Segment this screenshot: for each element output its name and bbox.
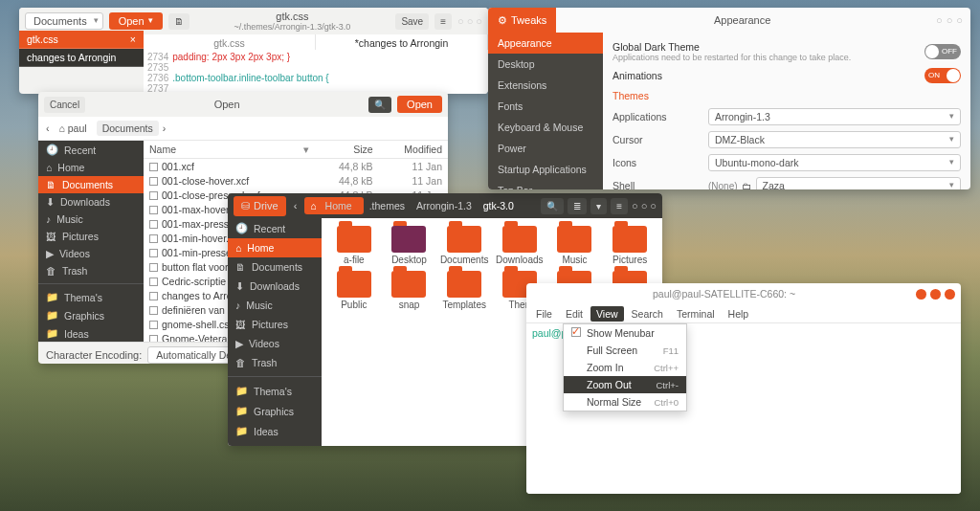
view-menu-button[interactable]: ▾ [590,198,607,214]
cat-extensions[interactable]: Extensions [488,75,603,96]
cat-topbar[interactable]: Top Bar [488,180,603,189]
folder-public[interactable]: Public [329,271,379,310]
code-area[interactable]: 2734padding: 2px 3px 2px 3px; } 2735 273… [144,50,488,94]
menuitem-fullscreen[interactable]: Full ScreenF11 [564,342,686,359]
place-trash[interactable]: 🗑Trash [228,353,322,372]
place-videos[interactable]: ▶Videos [38,245,144,262]
icons-select[interactable]: Ubuntu-mono-dark [708,154,961,171]
window-controls[interactable] [916,289,955,300]
place-music[interactable]: ♪Music [38,211,144,228]
menuitem-normalsize[interactable]: Normal SizeCtrl+0 [564,393,686,411]
menuitem-showmenubar[interactable]: Show Menubar [564,324,686,342]
cat-startupapplications[interactable]: Startup Applications [488,159,603,180]
place-ideas[interactable]: 📁Ideas [228,421,322,441]
file-icon [149,321,158,329]
window-controls[interactable]: ○○○ [928,8,970,33]
nav-back-icon[interactable]: ‹ [290,200,301,211]
applications-select[interactable]: Arrongin-1.3 [708,108,961,125]
cat-appearance[interactable]: Appearance [488,33,603,54]
place-themas[interactable]: 📁Thema's [38,288,144,306]
menuitem-zoomout[interactable]: Zoom OutCtrl+- [564,376,686,393]
open-button[interactable]: Open▾ [109,12,163,30]
menu-help[interactable]: Help [723,306,755,322]
open-confirm-button[interactable]: Open [397,96,442,113]
shell-select[interactable]: Zaza [756,177,961,189]
menu-file[interactable]: File [530,306,558,322]
save-button[interactable]: Save [395,13,429,30]
file-row[interactable]: 001-close-hover.xcf44,8 kB11 Jan [144,173,448,188]
hamburger-button[interactable]: ≡ [434,13,452,30]
col-name[interactable]: Name ▾ [144,141,315,159]
place-downloads[interactable]: ⬇Downloads [228,277,322,296]
crumb-docs[interactable]: Documents [97,121,159,136]
col-modified[interactable]: Modified [379,141,448,159]
place-videos[interactable]: ▶Videos [228,334,322,353]
accelerator: Ctrl+0 [654,397,679,408]
side-tab-active[interactable]: gtk.css× [19,31,144,49]
place-ideas[interactable]: 📁Ideas [38,324,144,342]
gedit-window: Documents Open▾ 🗎 gtk.css~/.themes/Arron… [19,8,488,94]
folder-music[interactable]: Music [550,226,600,265]
new-doc-button[interactable]: 🗎 [168,13,189,30]
place-documents[interactable]: 🗎Documents [38,176,144,193]
place-themas[interactable]: 📁Thema's [228,381,322,401]
cancel-button[interactable]: Cancel [44,97,85,113]
cat-keyboardmouse[interactable]: Keyboard & Mouse [488,117,603,138]
animations-switch[interactable]: ON [924,68,961,83]
place-themes[interactable]: 📁.themes [228,441,322,446]
folder-documents[interactable]: Documents [439,226,489,265]
checkbox-icon [571,327,581,337]
side-tab[interactable]: changes to Arrongin [19,49,144,67]
terminal-area[interactable]: paul@paul Show MenubarFull ScreenF11Zoom… [526,323,961,494]
place-graphics[interactable]: 📁Graphics [228,401,322,421]
file-icon [149,292,158,300]
place-recent[interactable]: 🕘Recent [228,218,322,238]
doc-combo[interactable]: Documents [25,12,103,30]
menubar[interactable]: FileEditViewSearchTerminalHelp [526,304,961,323]
folder-templates[interactable]: Templates [439,271,489,310]
cursor-select[interactable]: DMZ-Black [708,131,961,148]
crumb[interactable]: .themes [364,197,411,214]
menu-search[interactable]: Search [626,306,669,322]
nav-back-icon[interactable]: ‹ [46,122,50,134]
menu-edit[interactable]: Edit [560,306,589,322]
view-list-button[interactable]: ≣ [568,198,587,214]
window-controls[interactable]: ○○○ [457,15,482,27]
nav-fwd-icon[interactable]: › [163,122,167,134]
place-pictures[interactable]: 🖼Pictures [38,228,144,245]
place-documents[interactable]: 🗎Documents [228,257,322,277]
col-size[interactable]: Size [315,141,379,159]
place-home[interactable]: ⌂Home [38,159,144,176]
cat-fonts[interactable]: Fonts [488,96,603,117]
crumb-home[interactable]: ⌂ Home [304,197,363,214]
cat-desktop[interactable]: Desktop [488,54,603,75]
folder-icon[interactable]: 🗀 [742,180,752,189]
folder-a-file[interactable]: a-file [329,226,379,265]
menu-terminal[interactable]: Terminal [671,306,721,322]
file-row[interactable]: 001.xcf44,8 kB11 Jan [144,159,448,174]
place-home[interactable]: ⌂Home [228,238,322,257]
window-controls[interactable]: ○○○ [632,200,657,211]
crumb[interactable]: Arrongin-1.3 [411,197,478,214]
menuitem-zoomin[interactable]: Zoom InCtrl++ [564,359,686,376]
drive-label[interactable]: ⛁Drive [234,196,286,216]
folder-downloads[interactable]: Downloads [495,226,545,265]
folder-desktop[interactable]: Desktop [385,226,434,265]
cat-power[interactable]: Power [488,138,603,159]
place-graphics[interactable]: 📁Graphics [38,306,144,324]
dark-theme-switch[interactable]: OFF [924,44,961,59]
close-icon[interactable]: × [130,33,136,45]
folder-snap[interactable]: snap [385,271,434,310]
place-trash[interactable]: 🗑Trash [38,262,144,279]
search-button[interactable]: 🔍 [541,198,564,214]
hamburger-button[interactable]: ≡ [611,198,628,214]
menu-view[interactable]: View [590,306,624,322]
place-music[interactable]: ♪Music [228,296,322,315]
search-button[interactable]: 🔍 [368,97,391,113]
folder-pictures[interactable]: Pictures [605,226,655,265]
crumb[interactable]: gtk-3.0 [478,197,520,214]
crumb-home[interactable]: ⌂ paul [54,121,93,136]
place-recent[interactable]: 🕘Recent [38,141,144,159]
place-downloads[interactable]: ⬇Downloads [38,193,144,211]
place-pictures[interactable]: 🖼Pictures [228,315,322,334]
